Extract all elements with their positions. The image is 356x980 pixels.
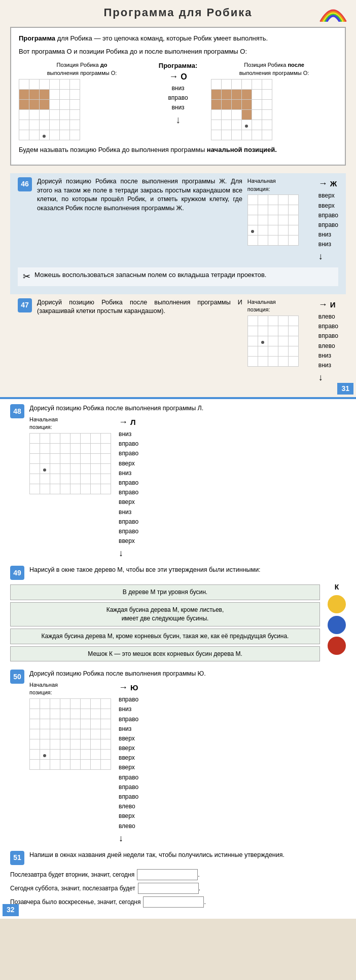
page-number-32: 32 [3,904,19,916]
after-position: Позиция Робика послевыполнения программы… [211,61,337,140]
bead-circles [328,595,346,655]
task-49-text: Нарисуй в окне такое дерево М, чтобы все… [29,566,346,575]
input-today-3[interactable] [143,896,204,908]
before-position: Позиция Робика довыполнения программы О: [19,61,145,140]
task-50-number: 50 [10,670,24,684]
task-47-number: 47 [18,298,32,312]
page-1: Программа для Робика Программа для Робик… [0,0,356,397]
task-47-text: Дорисуй позицию Робика после выполнения … [37,298,242,316]
task-51-section: 51 Напиши в окнах названия дней недели т… [10,851,346,908]
grid-50 [29,698,111,770]
explanation-para1: Программа для Робика — это цепочка коман… [19,34,337,43]
statement-4: Мешок К — это мешок всех корневых бусин … [10,646,320,662]
main-explanation-box: Программа для Робика — это цепочка коман… [10,27,346,166]
program-center: Программа: → О внизвправовниз ↓ [155,61,201,127]
program-header: Программа: [159,61,197,70]
after-grid [211,79,272,140]
prog-yu-commands: → Ю вправовнизвправовнизвверхвверхвверхв… [119,681,138,845]
task-51-statements: Послезавтра будет вторник, значит, сегод… [10,869,346,908]
statement-3: Каждая бусина дерева М, кроме корневых б… [10,629,320,644]
stmt-text-1: Послезавтра будет вторник, значит, сегод… [10,871,134,879]
start-label-47: Начальнаяпозиция: [247,298,276,314]
statements-list: В дереве М три уровня бусин. Каждая буси… [10,582,320,663]
grid-47 [247,316,299,367]
note-46: ✂ Можешь воспользоваться запасным полем … [18,267,338,286]
before-label: Позиция Робика довыполнения программы О: [19,61,145,77]
statement-51-2: Сегодня суббота, значит, послезавтра буд… [10,883,346,894]
bead-yellow [328,595,346,613]
note-icon: ✂ [23,270,30,283]
task-50-text: Дорисуй позицию Робика после выполнения … [29,670,346,679]
task-50-section: 50 Дорисуй позицию Робика после выполнен… [10,670,346,845]
prog-j-commands: → Ж вверхвверхвправовправовнизвниз ↓ [318,177,338,263]
start-label-46: Начальнаяпозиция: [247,177,276,193]
page-2: 48 Дорисуй позицию Робика после выполнен… [0,397,356,919]
statement-51-3: Позавчера было воскресенье, значит, сего… [10,896,346,908]
task-48-number: 48 [10,404,24,418]
bead-red [328,637,346,655]
beads-k-section: К [328,582,346,655]
explanation-para2: Вот программа О и позиции Робика до и по… [19,47,337,56]
start-label-50: Начальнаяпозиция: [29,681,111,697]
task-46-right: Начальнаяпозиция: [247,177,313,250]
bead-blue [328,616,346,634]
statement-51-1: Послезавтра будет вторник, значит, сегод… [10,869,346,880]
task-48-text: Дорисуй позицию Робика после выполнения … [29,404,346,413]
task-46-section: 46 Дорисуй позицию Робика после выполнен… [10,173,346,294]
statement-2: Каждая бусина дерева М, кроме листьев,им… [10,602,320,626]
page-number-31: 31 [337,383,353,395]
prog-i-commands: → И влевовправовправовлевовнизвниз ↓ [318,298,338,384]
initial-position-def: Будем называть позицию Робика до выполне… [19,145,337,154]
statement-1: В дереве М три уровня бусин. [10,584,320,600]
input-dayafter-2[interactable] [138,883,199,894]
note-text: Можешь воспользоваться запасным полем со… [34,270,266,280]
after-label: Позиция Робика послевыполнения программы… [211,61,337,77]
page-title: Программа для Робика [10,5,346,21]
task-51-text: Напиши в окнах названия дней недели так,… [29,851,346,860]
input-today-1[interactable] [137,869,198,880]
task-51-number: 51 [10,851,24,865]
task-49-content: В дереве М три уровня бусин. Каждая буси… [10,582,346,663]
task-48-section: 48 Дорисуй позицию Робика после выполнен… [10,404,346,560]
task-47-right: Начальнаяпозиция: [247,298,313,371]
task-46-text: Дорисуй позицию Робика после выполнения … [37,177,242,213]
stmt-text-3: Позавчера было воскресенье, значит, сего… [10,898,140,907]
before-grid [19,79,80,140]
program-o-commands: внизвправовниз [168,84,188,113]
task-49-number: 49 [10,566,24,580]
grid-46 [247,194,299,246]
task-47-section: 47 Дорисуй позицию Робика после выполнен… [10,294,346,393]
arrow-down-icon: ↓ [175,112,181,127]
prog-l-commands: → Л внизвправовправовверхвнизвправовправ… [119,416,138,560]
start-label-48: Начальнаяпозиция: [29,416,111,432]
task-49-section: 49 Нарисуй в окне такое дерево М, чтобы … [10,566,346,663]
stmt-text-2: Сегодня суббота, значит, послезавтра буд… [10,884,135,893]
rainbow-icon [318,4,348,22]
grid-48 [29,433,111,494]
k-label: К [335,582,339,593]
task-46-number: 46 [18,177,32,191]
